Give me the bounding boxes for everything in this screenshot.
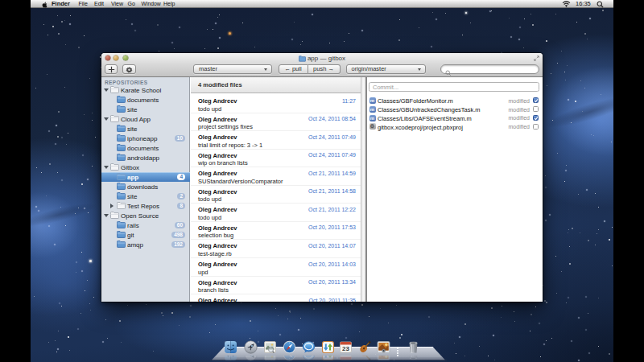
svg-text:23: 23 [342, 345, 349, 352]
svg-text:23: 23 [342, 356, 349, 356]
